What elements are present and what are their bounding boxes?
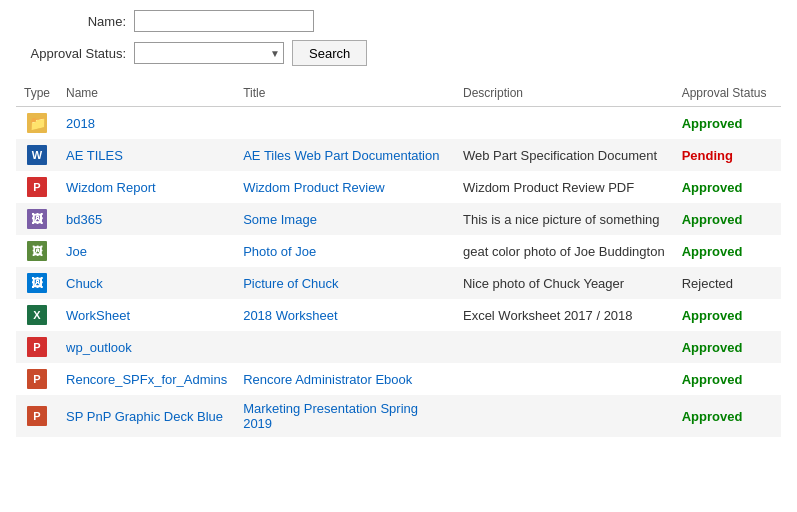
title-link[interactable]: 2018 Worksheet <box>243 308 337 323</box>
cell-type: P <box>16 363 58 395</box>
cell-description: Nice photo of Chuck Yeager <box>455 267 674 299</box>
cell-title: Photo of Joe <box>235 235 455 267</box>
cell-name: 2018 <box>58 107 235 140</box>
cell-type: X <box>16 299 58 331</box>
table-row: 🖼 Chuck Picture of Chuck Nice photo of C… <box>16 267 781 299</box>
name-row: Name: <box>16 10 781 32</box>
cell-title <box>235 107 455 140</box>
name-label: Name: <box>16 14 126 29</box>
cell-description: Web Part Specification Document <box>455 139 674 171</box>
table-row: P SP PnP Graphic Deck Blue Marketing Pre… <box>16 395 781 437</box>
filter-form: Name: Approval Status: Approved Pending … <box>16 10 781 66</box>
approval-status-badge: Pending <box>682 148 733 163</box>
cell-type: 🖼 <box>16 267 58 299</box>
cell-title: Wizdom Product Review <box>235 171 455 203</box>
cell-approval: Pending <box>674 139 781 171</box>
approval-status-badge: Approved <box>682 244 743 259</box>
title-link[interactable]: Marketing Presentation Spring 2019 <box>243 401 418 431</box>
name-link[interactable]: bd365 <box>66 212 102 227</box>
title-link[interactable]: Rencore Administrator Ebook <box>243 372 412 387</box>
table-row: P wp_outlook Approved <box>16 331 781 363</box>
cell-name: Chuck <box>58 267 235 299</box>
cell-title: AE Tiles Web Part Documentation <box>235 139 455 171</box>
pdf-icon: P <box>27 177 47 197</box>
table-header-row: Type Name Title Description Approval Sta… <box>16 80 781 107</box>
cell-title: Rencore Administrator Ebook <box>235 363 455 395</box>
cell-type: P <box>16 331 58 363</box>
cell-description: Excel Worksheet 2017 / 2018 <box>455 299 674 331</box>
description-text: Excel Worksheet 2017 / 2018 <box>463 308 633 323</box>
name-link[interactable]: WorkSheet <box>66 308 130 323</box>
approval-label: Approval Status: <box>16 46 126 61</box>
cell-approval: Approved <box>674 363 781 395</box>
title-link[interactable]: AE Tiles Web Part Documentation <box>243 148 439 163</box>
name-link[interactable]: Rencore_SPFx_for_Admins <box>66 372 227 387</box>
table-row: 📁 2018 Approved <box>16 107 781 140</box>
name-link[interactable]: SP PnP Graphic Deck Blue <box>66 409 223 424</box>
cell-name: Wizdom Report <box>58 171 235 203</box>
cell-type: 🖼 <box>16 203 58 235</box>
cell-title: Some Image <box>235 203 455 235</box>
approval-status-badge: Approved <box>682 180 743 195</box>
approval-status-badge: Approved <box>682 372 743 387</box>
cell-description: geat color photo of Joe Buddington <box>455 235 674 267</box>
cell-type: W <box>16 139 58 171</box>
table-row: P Rencore_SPFx_for_Admins Rencore Admini… <box>16 363 781 395</box>
cell-approval: Approved <box>674 395 781 437</box>
description-text: Web Part Specification Document <box>463 148 657 163</box>
cell-approval: Approved <box>674 331 781 363</box>
name-link[interactable]: wp_outlook <box>66 340 132 355</box>
cell-name: wp_outlook <box>58 331 235 363</box>
cell-name: Joe <box>58 235 235 267</box>
cell-description <box>455 363 674 395</box>
cell-approval: Approved <box>674 107 781 140</box>
approval-status-badge: Approved <box>682 308 743 323</box>
description-text: geat color photo of Joe Buddington <box>463 244 665 259</box>
folder-icon: 📁 <box>27 113 47 133</box>
col-header-description: Description <box>455 80 674 107</box>
search-button[interactable]: Search <box>292 40 367 66</box>
description-text: Wizdom Product Review PDF <box>463 180 634 195</box>
description-text: This is a nice picture of something <box>463 212 660 227</box>
col-header-type: Type <box>16 80 58 107</box>
cell-name: Rencore_SPFx_for_Admins <box>58 363 235 395</box>
ppt-icon: P <box>27 369 47 389</box>
pdf-icon: P <box>27 337 47 357</box>
approval-status-badge: Approved <box>682 340 743 355</box>
col-header-approval: Approval Status <box>674 80 781 107</box>
approval-status-badge: Approved <box>682 116 743 131</box>
image-icon: 🖼 <box>27 241 47 261</box>
excel-icon: X <box>27 305 47 325</box>
name-link[interactable]: Wizdom Report <box>66 180 156 195</box>
cell-type: P <box>16 171 58 203</box>
title-link[interactable]: Wizdom Product Review <box>243 180 385 195</box>
name-link[interactable]: 2018 <box>66 116 95 131</box>
image2-icon: 🖼 <box>27 209 47 229</box>
table-row: 🖼 bd365 Some Image This is a nice pictur… <box>16 203 781 235</box>
cell-type: 📁 <box>16 107 58 140</box>
cell-approval: Approved <box>674 235 781 267</box>
cell-name: SP PnP Graphic Deck Blue <box>58 395 235 437</box>
title-link[interactable]: Picture of Chuck <box>243 276 338 291</box>
cell-approval: Approved <box>674 203 781 235</box>
title-link[interactable]: Photo of Joe <box>243 244 316 259</box>
name-link[interactable]: Joe <box>66 244 87 259</box>
cell-type: 🖼 <box>16 235 58 267</box>
name-link[interactable]: Chuck <box>66 276 103 291</box>
cell-approval: Rejected <box>674 267 781 299</box>
name-input[interactable] <box>134 10 314 32</box>
title-link[interactable]: Some Image <box>243 212 317 227</box>
results-table: Type Name Title Description Approval Sta… <box>16 80 781 437</box>
image3-icon: 🖼 <box>27 273 47 293</box>
cell-name: bd365 <box>58 203 235 235</box>
cell-approval: Approved <box>674 171 781 203</box>
cell-description: This is a nice picture of something <box>455 203 674 235</box>
cell-description <box>455 107 674 140</box>
description-text: Nice photo of Chuck Yeager <box>463 276 624 291</box>
approval-select[interactable]: Approved Pending Rejected <box>134 42 284 64</box>
cell-title: 2018 Worksheet <box>235 299 455 331</box>
approval-select-wrap: Approved Pending Rejected ▼ <box>134 42 284 64</box>
name-link[interactable]: AE TILES <box>66 148 123 163</box>
cell-name: AE TILES <box>58 139 235 171</box>
cell-approval: Approved <box>674 299 781 331</box>
